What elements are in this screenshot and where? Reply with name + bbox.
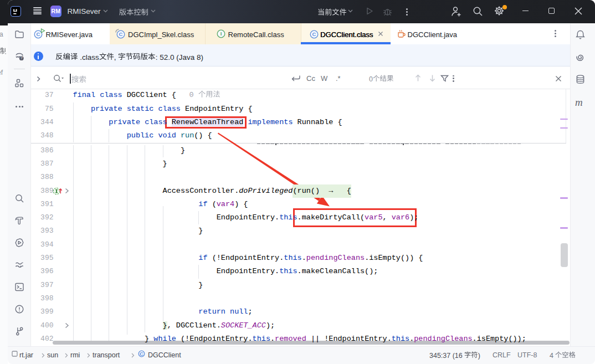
svg-text:C: C bbox=[312, 31, 316, 37]
svg-text:I: I bbox=[220, 30, 222, 37]
svg-text:?: ? bbox=[20, 56, 23, 60]
svg-text:C: C bbox=[140, 350, 143, 356]
svg-text:C: C bbox=[37, 31, 40, 37]
